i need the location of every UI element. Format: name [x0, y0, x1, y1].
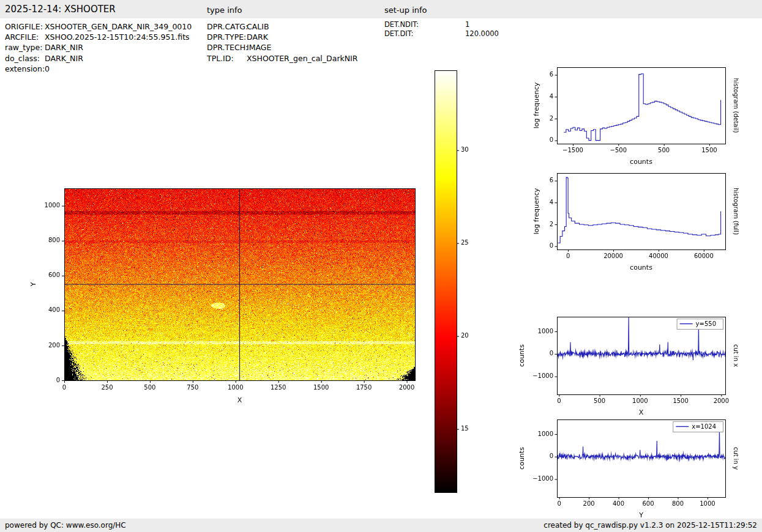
meta-row-extension: extension:0: [5, 64, 192, 74]
meta-label: ORIGFILE:: [5, 21, 45, 32]
meta-label: raw_type:: [5, 42, 45, 53]
meta-label: ARCFILE:: [5, 32, 45, 42]
meta-row-ndit: DET.NDIT:1: [384, 20, 499, 29]
setup-info-block: DET.NDIT:1 DET.DIT:120.0000: [384, 20, 499, 38]
cut-in-x-canvas: [514, 311, 759, 421]
footer-credit-right: created by qc_rawdisp.py v1.2.3 on 2025-…: [543, 521, 757, 530]
histogram-detail-canvas: [514, 61, 759, 171]
meta-label: TPL.ID:: [207, 53, 247, 64]
meta-label: extension:: [5, 64, 45, 74]
meta-value: 0: [45, 64, 50, 74]
meta-value: DARK: [247, 32, 268, 42]
meta-value: 120.0000: [465, 29, 499, 39]
cut-in-y-canvas: [514, 413, 759, 523]
meta-row-doclass: do_class:DARK_NIR: [5, 53, 192, 64]
meta-row-origfile: ORIGFILE:XSHOOTER_GEN_DARK_NIR_349_0010: [5, 21, 192, 32]
meta-value: XSHOOTER_gen_cal_DarkNIR: [247, 53, 357, 64]
meta-value: DARK_NIR: [45, 42, 83, 53]
meta-label: DET.NDIT:: [384, 20, 465, 29]
file-info-block: ORIGFILE:XSHOOTER_GEN_DARK_NIR_349_0010 …: [5, 21, 192, 74]
setup-info-heading: set-up info: [384, 6, 427, 15]
meta-label: do_class:: [5, 53, 45, 64]
meta-value: 1: [465, 20, 469, 29]
footer-bar: powered by QC: www.eso.org/HC created by…: [0, 519, 762, 532]
meta-row-tplid: TPL.ID:XSHOOTER_gen_cal_DarkNIR: [207, 53, 357, 64]
meta-row-dprtype: DPR.TYPE:DARK: [207, 32, 357, 42]
meta-label: DPR.TYPE:: [207, 32, 247, 42]
meta-label: DPR.CATG:: [207, 21, 247, 32]
histogram-full-canvas: [514, 167, 759, 277]
meta-value: CALIB: [247, 21, 269, 32]
type-info-heading: type info: [207, 6, 242, 15]
footer-credit-left: powered by QC: www.eso.org/HC: [5, 521, 126, 530]
meta-row-dprtech: DPR.TECH:IMAGE: [207, 42, 357, 53]
meta-row-dprcatg: DPR.CATG:CALIB: [207, 21, 357, 32]
meta-row-arcfile: ARCFILE:XSHOO.2025-12-15T10:24:55.951.fi…: [5, 32, 192, 42]
qc-rawdisp-page: 2025-12-14: XSHOOTER type info set-up in…: [0, 0, 762, 532]
header-bar: 2025-12-14: XSHOOTER type info set-up in…: [0, 0, 762, 18]
detector-image-canvas: [24, 177, 453, 416]
meta-value: DARK_NIR: [45, 53, 83, 64]
meta-row-rawtype: raw_type:DARK_NIR: [5, 42, 192, 53]
meta-value: IMAGE: [247, 42, 271, 53]
meta-value: XSHOOTER_GEN_DARK_NIR_349_0010: [45, 21, 192, 32]
meta-value: XSHOO.2025-12-15T10:24:55.951.fits: [45, 32, 190, 42]
page-title: 2025-12-14: XSHOOTER: [5, 4, 116, 15]
type-info-block: DPR.CATG:CALIB DPR.TYPE:DARK DPR.TECH:IM…: [207, 21, 357, 64]
meta-label: DET.DIT:: [384, 29, 465, 39]
colorbar-canvas: [428, 66, 484, 500]
meta-label: DPR.TECH:: [207, 42, 247, 53]
meta-row-dit: DET.DIT:120.0000: [384, 29, 499, 39]
